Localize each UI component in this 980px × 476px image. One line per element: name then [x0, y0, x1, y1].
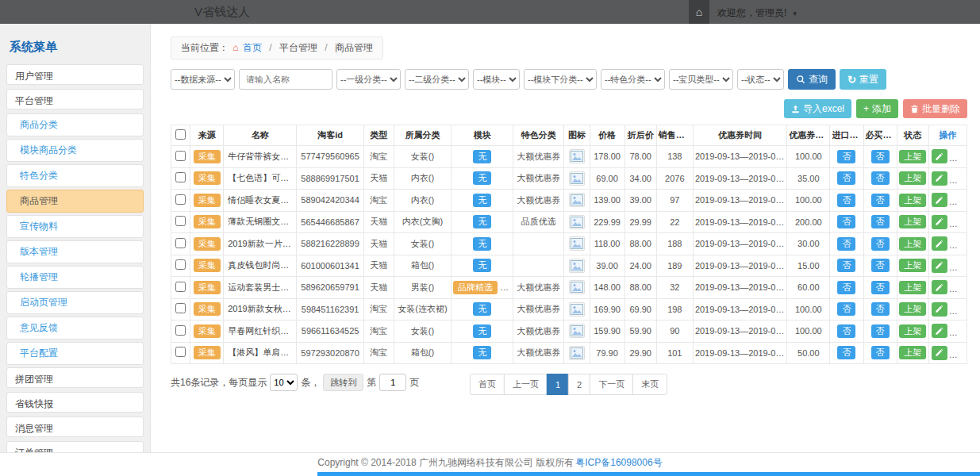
row-checkbox[interactable]	[175, 259, 186, 270]
row-checkbox[interactable]	[175, 151, 186, 161]
per-page-select[interactable]: 10	[270, 374, 298, 391]
sidebar-item-商品分类[interactable]: 商品分类	[6, 113, 144, 136]
jump-button[interactable]: 跳转到	[323, 374, 363, 391]
import-select-badge[interactable]: 否	[837, 215, 855, 228]
page-button-末页[interactable]: 末页	[632, 374, 667, 395]
reset-button[interactable]: ↻ 重置	[840, 69, 886, 90]
status-badge[interactable]: 上架	[899, 194, 926, 207]
edit-button[interactable]	[932, 149, 947, 163]
edit-button[interactable]	[932, 193, 947, 207]
page-button-下一页[interactable]: 下一页	[590, 374, 633, 395]
module-badge: 品牌精选	[453, 281, 498, 294]
edit-button[interactable]	[932, 259, 947, 273]
filter-select[interactable]: --模块下分类--	[524, 69, 597, 90]
filter-select[interactable]: --状态--	[737, 69, 784, 90]
must-buy-badge[interactable]: 否	[871, 259, 890, 272]
icp-link[interactable]: 粤ICP备16098006号	[575, 456, 662, 470]
import-select-badge[interactable]: 否	[837, 324, 855, 338]
must-buy-badge[interactable]: 否	[871, 171, 890, 185]
status-badge[interactable]: 上架	[899, 302, 926, 316]
name-search-input[interactable]	[239, 69, 332, 90]
search-button[interactable]: 查询	[788, 69, 836, 90]
must-buy-badge[interactable]: 否	[871, 302, 890, 316]
sidebar-item-轮播管理[interactable]: 轮播管理	[6, 266, 144, 289]
must-buy-badge[interactable]: 否	[871, 324, 890, 338]
sidebar-item-商品管理[interactable]: 商品管理	[6, 190, 144, 213]
row-checkbox[interactable]	[175, 238, 186, 248]
edit-button[interactable]	[932, 215, 947, 229]
row-checkbox[interactable]	[175, 172, 186, 182]
edit-button[interactable]	[932, 280, 947, 294]
status-badge[interactable]: 上架	[899, 171, 926, 185]
add-button[interactable]: + 添加	[856, 99, 898, 118]
sidebar-item-省钱快报[interactable]: 省钱快报	[6, 392, 144, 413]
page-number-input[interactable]	[379, 374, 406, 391]
user-menu[interactable]: 欢迎您，管理员! ▼	[717, 6, 798, 20]
sidebar-item-用户管理[interactable]: 用户管理	[6, 64, 144, 85]
import-select-badge[interactable]: 否	[837, 346, 855, 359]
sidebar-item-平台管理[interactable]: 平台管理	[6, 89, 144, 109]
edit-button[interactable]	[932, 236, 947, 251]
import-excel-button[interactable]: 导入excel	[784, 99, 851, 118]
import-select-badge[interactable]: 否	[837, 302, 855, 316]
filter-select[interactable]: --二级分类--	[405, 69, 469, 90]
page-button-1[interactable]: 1	[547, 374, 569, 395]
edit-button[interactable]	[932, 324, 947, 338]
bottom-scrollbar[interactable]	[317, 472, 980, 476]
row-checkbox[interactable]	[175, 325, 186, 336]
row-checkbox[interactable]	[175, 216, 186, 226]
table-row: 采集【七色语】可爱纯棉家...588869917501天猫内衣()无大额优惠券6…	[171, 167, 967, 190]
sidebar-item-宣传物料[interactable]: 宣传物料	[6, 215, 144, 238]
import-select-badge[interactable]: 否	[837, 194, 855, 207]
status-badge[interactable]: 上架	[899, 324, 926, 338]
must-buy-badge[interactable]: 否	[871, 215, 890, 228]
filter-select[interactable]: --一级分类--	[336, 69, 401, 90]
filter-select[interactable]: --数据来源--	[171, 69, 235, 90]
import-select-badge[interactable]: 否	[837, 171, 855, 185]
pagination-bar: 共16条记录，每页显示 10 条， 跳转到 第 页 首页上一页12下一页末页	[171, 374, 967, 397]
sidebar-item-意见反馈[interactable]: 意见反馈	[6, 317, 144, 340]
edit-button[interactable]	[932, 171, 947, 186]
sidebar-item-模块商品分类[interactable]: 模块商品分类	[6, 139, 144, 162]
row-checkbox[interactable]	[175, 303, 186, 313]
sidebar-item-启动页管理[interactable]: 启动页管理	[6, 291, 144, 314]
import-select-badge[interactable]: 否	[837, 150, 855, 163]
sidebar-item-版本管理[interactable]: 版本管理	[6, 240, 144, 263]
sidebar-item-订单管理[interactable]: 订单管理	[6, 441, 144, 452]
must-buy-badge[interactable]: 否	[871, 346, 890, 359]
import-select-badge[interactable]: 否	[837, 259, 855, 272]
status-badge[interactable]: 上架	[899, 259, 926, 272]
page-button-2[interactable]: 2	[568, 374, 590, 395]
sidebar-item-拼团管理[interactable]: 拼团管理	[6, 367, 144, 388]
batch-delete-button[interactable]: 批量删除	[903, 99, 967, 118]
status-badge[interactable]: 上架	[899, 237, 926, 251]
row-checkbox[interactable]	[175, 282, 186, 292]
page-button-首页[interactable]: 首页	[470, 374, 505, 395]
must-buy-badge[interactable]: 否	[871, 194, 890, 207]
sidebar-item-平台配置[interactable]: 平台配置	[6, 342, 144, 365]
status-badge[interactable]: 上架	[899, 215, 926, 228]
sidebar-item-消息管理[interactable]: 消息管理	[6, 416, 144, 437]
must-buy-badge[interactable]: 否	[871, 150, 890, 163]
row-checkbox[interactable]	[175, 194, 186, 205]
home-button[interactable]: ⌂	[689, 0, 709, 24]
category: 内衣()	[394, 190, 451, 212]
import-select-badge[interactable]: 否	[837, 237, 855, 251]
select-all-checkbox[interactable]	[175, 129, 186, 140]
product-type: 天猫	[363, 211, 394, 233]
must-buy-badge[interactable]: 否	[871, 237, 890, 251]
status-badge[interactable]: 上架	[899, 150, 926, 163]
filter-select[interactable]: --特色分类--	[601, 69, 665, 90]
must-buy-badge[interactable]: 否	[871, 281, 890, 294]
status-badge[interactable]: 上架	[899, 346, 926, 359]
edit-button[interactable]	[932, 302, 947, 317]
filter-select[interactable]: --宝贝类型--	[669, 69, 733, 90]
page-button-上一页[interactable]: 上一页	[504, 374, 548, 395]
import-select-badge[interactable]: 否	[837, 281, 855, 294]
filter-select[interactable]: --模块--	[473, 69, 520, 90]
sidebar-item-特色分类[interactable]: 特色分类	[6, 164, 144, 187]
status-badge[interactable]: 上架	[899, 281, 926, 294]
breadcrumb-home-link[interactable]: 首页	[243, 42, 262, 53]
edit-button[interactable]	[932, 346, 947, 360]
row-checkbox[interactable]	[175, 347, 186, 357]
